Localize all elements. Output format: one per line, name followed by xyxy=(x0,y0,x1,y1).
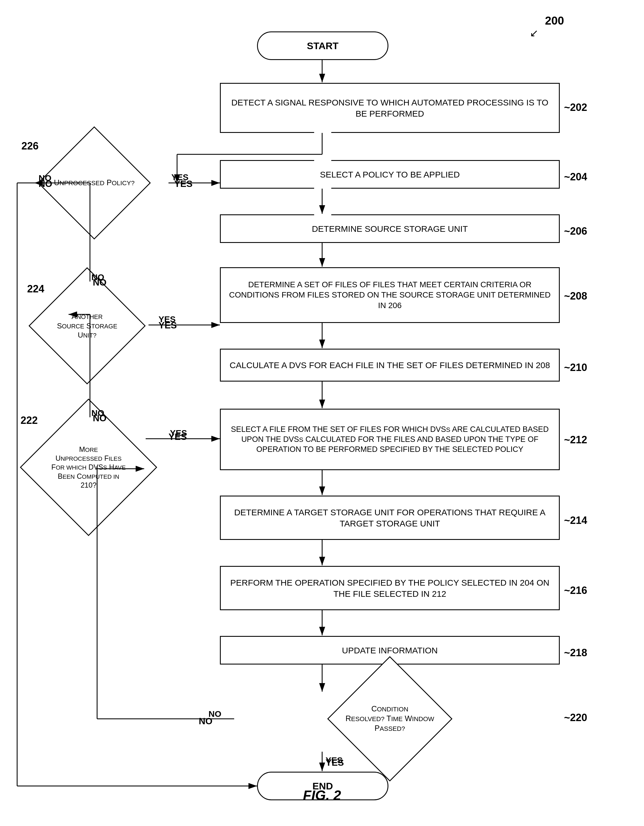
box-210: CALCULATE A DVS FOR EACH FILE IN THE SET… xyxy=(220,349,560,382)
box-216: PERFORM THE OPERATION SPECIFIED BY THE P… xyxy=(220,566,560,610)
label-226-no: NO xyxy=(39,179,52,189)
ref-208: ~208 xyxy=(564,290,587,302)
ref-210: ~210 xyxy=(564,362,587,374)
ref-222: 222 xyxy=(20,415,38,427)
box-208: DETERMINE A SET OF FILES OF FILES THAT M… xyxy=(220,267,560,323)
ref-216: ~216 xyxy=(564,584,587,596)
ref-224: 224 xyxy=(27,283,44,295)
diamond-222: MOREUNPROCESSED FILESFOR WHICH DVSS HAVE… xyxy=(20,411,157,523)
label-226-yes: YES xyxy=(174,179,192,189)
box-214: DETERMINE A TARGET STORAGE UNIT FOR OPER… xyxy=(220,495,560,540)
label-222-yes: YES xyxy=(169,432,187,442)
start-node: START xyxy=(257,31,389,60)
ref-212: ~212 xyxy=(564,434,587,446)
ref-214: ~214 xyxy=(564,514,587,526)
box-202: DETECT A SIGNAL RESPONSIVE TO WHICH AUTO… xyxy=(220,83,560,133)
box-206: DETERMINE SOURCE STORAGE UNIT xyxy=(220,214,560,243)
svg-rect-37 xyxy=(314,187,331,216)
label-220-no: NO xyxy=(199,716,212,727)
ref-226: 226 xyxy=(22,140,39,152)
diagram-container: 200 ↙ START DETECT A SIGNAL RESPONSIVE T… xyxy=(0,0,644,815)
svg-rect-36 xyxy=(314,132,331,161)
ref-218: ~218 xyxy=(564,647,587,659)
label-222-no: NO xyxy=(93,413,107,424)
figure-label: FIG. 2 xyxy=(303,787,341,803)
label-220-yes: YES xyxy=(325,758,344,768)
box-212: SELECT A FILE FROM THE SET OF FILES FOR … xyxy=(220,409,560,470)
box-204: SELECT A POLICY TO BE APPLIED xyxy=(220,160,560,189)
ref-200: 200 xyxy=(545,14,564,27)
ref-220: ~220 xyxy=(564,712,587,724)
ref-204: ~204 xyxy=(564,171,587,183)
diamond-220: CONDITIONRESOLVED? TIME WINDOWPASSED? xyxy=(214,686,565,752)
arrow-200-icon: ↙ xyxy=(530,27,538,39)
ref-206: ~206 xyxy=(564,225,587,237)
label-224-no: NO xyxy=(93,277,107,288)
ref-202: ~202 xyxy=(564,101,587,113)
label-224-yes: YES xyxy=(158,320,177,331)
